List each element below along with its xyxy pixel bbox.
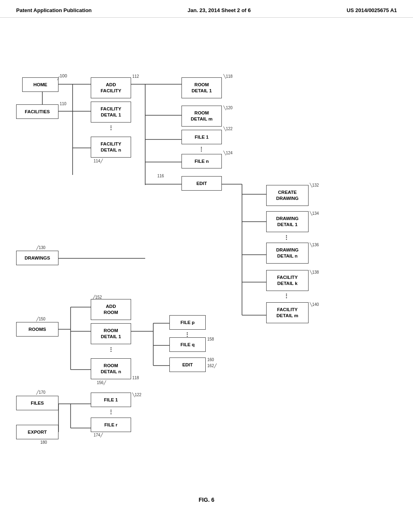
create-drawing-id: ╲132 bbox=[310, 183, 319, 187]
add-facility-id: 112 bbox=[132, 74, 139, 79]
room-detail-nb-id2: 156╱ bbox=[97, 380, 106, 385]
fig-caption: FIG. 6 bbox=[0, 493, 413, 511]
add-facility-node: ADDFACILITY bbox=[91, 77, 131, 98]
home-id-line: ╱ bbox=[57, 76, 59, 80]
create-drawing-node: CREATEDRAWING bbox=[266, 185, 309, 206]
home-node: HOME bbox=[22, 77, 58, 92]
rooms-node: ROOMS bbox=[16, 322, 58, 337]
export-node: EXPORT bbox=[16, 425, 58, 439]
edit-b-id: 160 bbox=[207, 357, 214, 362]
edit-top-id: 116 bbox=[157, 174, 164, 178]
file-q-id: 158 bbox=[207, 337, 214, 341]
room-detail-1-id: ╲118 bbox=[223, 74, 233, 79]
header-right: US 2014/0025675 A1 bbox=[346, 7, 397, 13]
room-detail-nb-id: 118 bbox=[132, 376, 139, 380]
drawing-detail-n-node: DRAWINGDETAIL n bbox=[266, 243, 309, 264]
facilities-node: FACILITIES bbox=[16, 104, 58, 119]
file-q-node: FILE q bbox=[169, 337, 206, 352]
rooms-id: ╱150 bbox=[36, 317, 46, 321]
file-n-top-node: FILE n bbox=[181, 154, 222, 168]
files-node: FILES bbox=[16, 396, 58, 410]
diagram-area: HOME 100 ╱ FACILITIES 110 ADDFACILITY 11… bbox=[0, 18, 413, 493]
facility-detail-1-node: FACILITYDETAIL 1 bbox=[91, 102, 131, 123]
file-1-top-node: FILE 1 bbox=[181, 130, 222, 144]
drawing-detail-n-id: ╲136 bbox=[310, 243, 319, 247]
edit-top-node: EDIT bbox=[181, 176, 222, 191]
dots-room-b: ⋮ bbox=[108, 346, 115, 353]
file-n-top-id: ╲124 bbox=[223, 151, 233, 155]
page-header: Patent Application Publication Jan. 23, … bbox=[0, 0, 413, 18]
facility-detail-n-id: 114╱ bbox=[94, 159, 103, 163]
room-detail-m-node: ROOMDETAIL m bbox=[181, 106, 222, 127]
file-1b-node: FILE 1 bbox=[91, 393, 131, 407]
drawings-node: DRAWINGS bbox=[16, 251, 58, 265]
home-id: 100 bbox=[60, 73, 67, 78]
facility-detail-m-id: ╲140 bbox=[310, 302, 319, 307]
room-detail-1-node: ROOMDETAIL 1 bbox=[181, 77, 222, 98]
files-id: ╱170 bbox=[36, 390, 46, 395]
facility-detail-k-node: FACILITYDETAIL k bbox=[266, 270, 309, 291]
dots-drawing: ⋮ bbox=[284, 234, 290, 241]
dots-file-pq: ⋮ bbox=[184, 331, 191, 338]
header-left: Patent Application Publication bbox=[16, 7, 92, 13]
drawing-detail-1-node: DRAWINGDETAIL 1 bbox=[266, 211, 309, 232]
file-p-node: FILE p bbox=[169, 315, 206, 330]
facility-detail-m-node: FACILITYDETAIL m bbox=[266, 302, 309, 323]
facility-detail-k-id: ╲138 bbox=[310, 270, 319, 274]
file-r-id: 174╱ bbox=[94, 433, 103, 437]
edit-b-id2: 162╱ bbox=[207, 364, 217, 368]
facilities-id: 110 bbox=[60, 102, 67, 106]
export-id: 180 bbox=[40, 440, 47, 445]
dots-file-1r: ⋮ bbox=[108, 409, 115, 415]
room-detail-m-id: ╲120 bbox=[223, 106, 233, 110]
room-detail-1b-node: ROOMDETAIL 1 bbox=[91, 323, 131, 344]
file-1-top-id: ╲122 bbox=[223, 127, 233, 131]
dots-file-top: ⋮ bbox=[198, 146, 205, 152]
header-center: Jan. 23, 2014 Sheet 2 of 6 bbox=[188, 7, 251, 13]
add-room-node: ADDROOM bbox=[91, 299, 131, 320]
room-detail-nb-node: ROOMDETAIL n bbox=[91, 358, 131, 379]
drawing-detail-1-id: ╲134 bbox=[310, 211, 319, 216]
edit-b-node: EDIT bbox=[169, 357, 206, 372]
drawings-id: ╱130 bbox=[36, 245, 46, 250]
file-1b-id: ╲122 bbox=[132, 393, 142, 397]
file-r-node: FILE r bbox=[91, 418, 131, 432]
dots-facility-km: ⋮ bbox=[284, 293, 290, 299]
facility-detail-n-node: FACILITYDETAIL n bbox=[91, 137, 131, 158]
dots-facility: ⋮ bbox=[108, 125, 115, 131]
add-room-id: ╱152 bbox=[93, 295, 102, 299]
